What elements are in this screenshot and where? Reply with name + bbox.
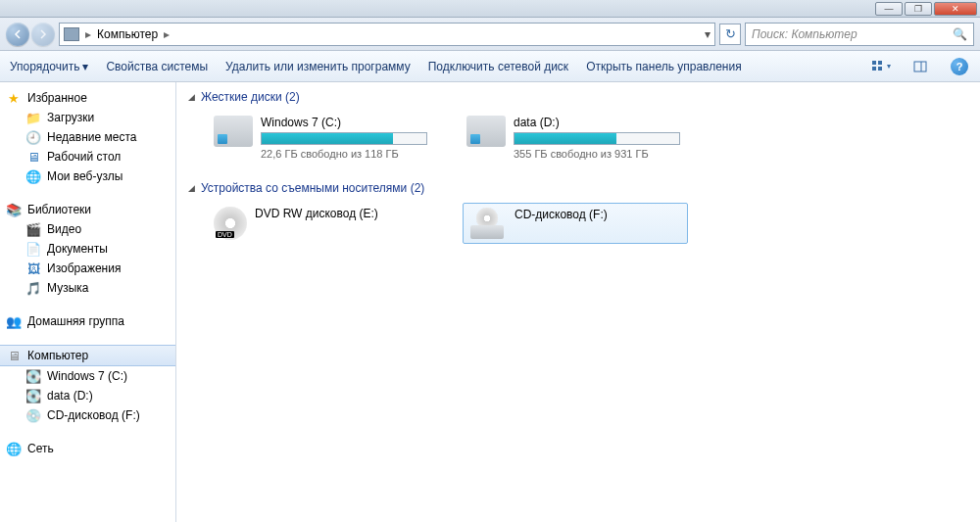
address-bar[interactable]: ▸ Компьютер ▸ ▾ [59,23,715,46]
section-label: Устройства со съемными носителями (2) [201,181,424,195]
help-button[interactable]: ? [949,56,970,77]
sidebar-homegroup[interactable]: 👥Домашняя группа [0,311,175,331]
drive-f[interactable]: CD-дисковод (F:) [463,203,688,244]
drive-free-text: 22,6 ГБ свободно из 118 ГБ [261,148,431,160]
section-hard-disks[interactable]: ◢ Жесткие диски (2) [188,90,968,104]
sidebar-drive-c[interactable]: 💽Windows 7 (C:) [0,366,175,386]
content-area: ◢ Жесткие диски (2) Windows 7 (C:) 22,6 … [176,82,980,522]
breadcrumb-sep-icon: ▸ [85,27,91,41]
collapse-icon: ◢ [188,92,195,102]
drive-e[interactable]: DVD DVD RW дисковод (E:) [210,203,435,244]
sidebar-item-label: Домашняя группа [27,314,124,328]
document-icon: 📄 [25,241,41,257]
sidebar-drive-f[interactable]: 💿CD-дисковод (F:) [0,405,175,425]
drive-free-text: 355 ГБ свободно из 931 ГБ [514,148,684,160]
sidebar-favorites[interactable]: ★Избранное [0,88,175,108]
arrow-left-icon [13,29,23,39]
sidebar-network[interactable]: 🌐Сеть [0,439,175,458]
control-panel-button[interactable]: Открыть панель управления [586,60,742,73]
preview-pane-button[interactable] [909,56,931,77]
view-options-button[interactable]: ▾ [870,56,892,77]
addr-dropdown-icon[interactable]: ▾ [705,27,710,41]
sidebar-homegroup-group: 👥Домашняя группа [0,311,175,331]
sidebar-item-label: CD-дисковод (F:) [47,408,140,422]
sidebar-drive-d[interactable]: 💽data (D:) [0,386,175,405]
minimize-button[interactable]: — [875,2,903,16]
maximize-button[interactable]: ❐ [905,2,932,16]
sidebar-network-group: 🌐Сеть [0,439,175,458]
drive-fill [514,133,616,144]
drive-name: DVD RW дисковод (E:) [255,207,431,220]
removable-row: DVD DVD RW дисковод (E:) CD-дисковод (F:… [210,203,968,244]
search-placeholder: Поиск: Компьютер [752,27,858,41]
map-network-drive-button[interactable]: Подключить сетевой диск [428,60,568,73]
organize-button[interactable]: Упорядочить ▾ [10,60,88,73]
sidebar-music[interactable]: 🎵Музыка [0,278,175,298]
sidebar-websites[interactable]: 🌐Мои веб-узлы [0,166,175,186]
address-right: ▾ [705,27,710,41]
collapse-icon: ◢ [188,183,195,193]
sidebar-documents[interactable]: 📄Документы [0,239,175,259]
drive-info: DVD RW дисковод (E:) [255,207,431,223]
computer-icon [64,27,79,41]
breadcrumb-sep-icon: ▸ [164,27,170,41]
refresh-button[interactable]: ↻ [719,24,741,45]
search-input[interactable]: Поиск: Компьютер 🔍 [745,23,974,46]
svg-rect-3 [878,67,882,71]
sidebar-libraries[interactable]: 📚Библиотеки [0,200,175,219]
sidebar-video[interactable]: 🎬Видео [0,219,175,239]
back-button[interactable] [6,23,29,46]
body: ★Избранное 📁Загрузки 🕘Недавние места 🖥Ра… [0,82,980,522]
drive-fill [262,133,393,144]
sidebar-item-label: Сеть [27,442,54,455]
breadcrumb-root[interactable]: Компьютер [97,27,158,41]
sidebar-computer-group: 🖥Компьютер 💽Windows 7 (C:) 💽data (D:) 💿C… [0,345,175,425]
dvd-label: DVD [216,231,234,238]
sidebar-item-label: Мои веб-узлы [47,169,122,183]
drive-usage-bar [261,132,427,145]
sidebar-pictures[interactable]: 🖼Изображения [0,259,175,278]
uninstall-program-button[interactable]: Удалить или изменить программу [225,60,411,73]
drive-usage-bar [514,132,680,145]
drive-icon: 💽 [25,368,41,384]
sidebar-item-label: Загрузки [47,111,94,124]
drive-info: CD-дисковод (F:) [514,208,683,224]
forward-button[interactable] [31,23,55,46]
preview-pane-icon [913,60,927,73]
section-removable[interactable]: ◢ Устройства со съемными носителями (2) [188,181,968,195]
svg-rect-0 [872,61,876,65]
sidebar-item-label: Изображения [47,261,121,275]
drive-name: data (D:) [514,116,684,129]
arrow-right-icon [38,29,48,39]
sidebar-item-label: Рабочий стол [47,150,121,164]
recent-icon: 🕘 [25,129,41,145]
cd-drive-icon [467,208,507,239]
sidebar-item-label: Недавние места [47,130,136,144]
organize-label: Упорядочить [10,60,79,73]
libraries-icon: 📚 [6,202,22,217]
sidebar-downloads[interactable]: 📁Загрузки [0,108,175,127]
close-button[interactable]: ✕ [934,2,977,16]
sidebar-computer[interactable]: 🖥Компьютер [0,345,175,366]
search-icon: 🔍 [953,27,967,41]
drive-d[interactable]: data (D:) 355 ГБ свободно из 931 ГБ [463,112,688,164]
network-icon: 🌐 [6,441,22,456]
chevron-down-icon: ▾ [887,62,891,71]
system-properties-button[interactable]: Свойства системы [106,60,208,73]
computer-icon: 🖥 [6,348,22,363]
folder-icon: 📁 [25,110,41,125]
svg-rect-2 [872,67,876,71]
nav-arrows [6,23,55,46]
sidebar-desktop[interactable]: 🖥Рабочий стол [0,147,175,166]
address-row: ▸ Компьютер ▸ ▾ ↻ Поиск: Компьютер 🔍 [0,18,980,51]
sidebar-libraries-group: 📚Библиотеки 🎬Видео 📄Документы 🖼Изображен… [0,200,175,298]
cd-icon: 💿 [25,407,41,423]
sidebar-item-label: Windows 7 (C:) [47,369,127,383]
drive-c[interactable]: Windows 7 (C:) 22,6 ГБ свободно из 118 Г… [210,112,435,164]
sidebar-item-label: Документы [47,242,108,256]
sidebar-recent[interactable]: 🕘Недавние места [0,127,175,147]
sidebar-item-label: Библиотеки [27,203,91,216]
sidebar-favorites-group: ★Избранное 📁Загрузки 🕘Недавние места 🖥Ра… [0,88,175,186]
sidebar-item-label: data (D:) [47,389,93,403]
sidebar-item-label: Компьютер [27,349,88,362]
